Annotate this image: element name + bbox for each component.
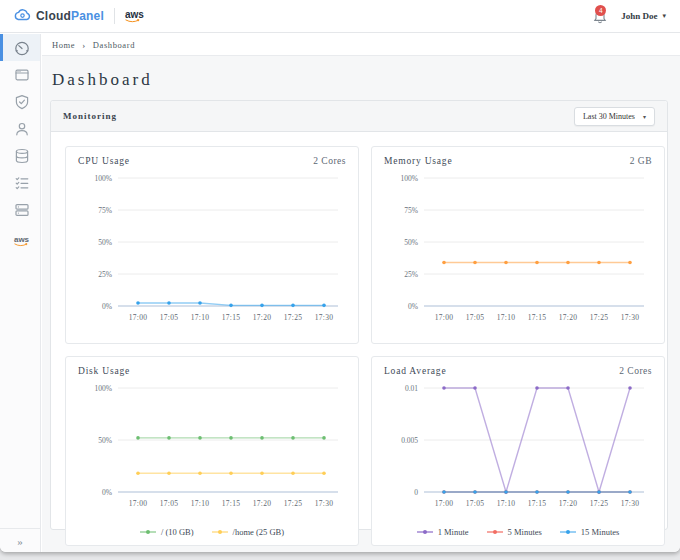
- time-range-value: Last 30 Minutes: [583, 112, 635, 121]
- svg-text:17:30: 17:30: [315, 313, 334, 322]
- breadcrumb: Home › Dashboard: [42, 34, 680, 56]
- cloudpanel-logo[interactable]: CloudPanel: [14, 7, 104, 25]
- legend-marker-icon: [417, 528, 433, 536]
- gauge-icon: [14, 40, 30, 56]
- svg-text:50%: 50%: [98, 238, 112, 247]
- svg-text:17:10: 17:10: [497, 499, 516, 508]
- aws-icon: aws: [14, 228, 29, 246]
- legend-item[interactable]: 1 Minute: [417, 527, 469, 537]
- svg-text:17:00: 17:00: [129, 313, 148, 322]
- sidebar-item-aws[interactable]: aws: [0, 223, 40, 250]
- aws-logo: aws: [125, 9, 144, 23]
- svg-text:17:15: 17:15: [528, 313, 547, 322]
- legend-marker-icon: [212, 528, 228, 536]
- chart-legend: / (10 GB)/home (25 GB): [78, 524, 346, 540]
- svg-text:17:20: 17:20: [559, 313, 578, 322]
- svg-text:100%: 100%: [95, 384, 113, 393]
- breadcrumb-home-link[interactable]: Home: [52, 40, 75, 50]
- header-divider: [114, 8, 115, 24]
- chart-title: Load Average: [384, 366, 446, 376]
- checklist-icon: [14, 175, 30, 191]
- legend-label: 15 Minutes: [581, 527, 620, 537]
- svg-text:17:20: 17:20: [253, 313, 272, 322]
- sidebar-item-users[interactable]: [0, 115, 40, 142]
- legend-item[interactable]: / (10 GB): [140, 527, 194, 537]
- window-icon: [14, 67, 30, 83]
- server-icon: [14, 202, 30, 218]
- svg-text:0.01: 0.01: [405, 384, 418, 393]
- svg-text:17:15: 17:15: [222, 499, 241, 508]
- breadcrumb-current: Dashboard: [93, 40, 135, 50]
- chart-plot-load: 00.0050.0117:0017:0517:1017:1517:2017:25…: [384, 378, 652, 520]
- svg-text:17:25: 17:25: [590, 499, 609, 508]
- svg-text:75%: 75%: [98, 206, 112, 215]
- svg-text:17:05: 17:05: [466, 313, 485, 322]
- svg-text:17:15: 17:15: [528, 499, 547, 508]
- svg-text:17:00: 17:00: [435, 499, 454, 508]
- sidebar-item-sites[interactable]: [0, 61, 40, 88]
- svg-text:17:30: 17:30: [621, 313, 640, 322]
- svg-text:17:05: 17:05: [160, 313, 179, 322]
- user-menu[interactable]: John Doe ▾: [621, 11, 666, 21]
- chart-plot-disk: 0%50%100%17:0017:0517:1017:1517:2017:251…: [78, 378, 346, 520]
- sidebar-item-security[interactable]: [0, 88, 40, 115]
- legend-marker-icon: [487, 528, 503, 536]
- svg-text:17:25: 17:25: [590, 313, 609, 322]
- svg-text:0%: 0%: [102, 488, 112, 497]
- double-chevron-right-icon: »: [17, 535, 23, 547]
- svg-text:0%: 0%: [102, 302, 112, 311]
- legend-item[interactable]: 15 Minutes: [560, 527, 620, 537]
- chart-card-memory: Memory Usage2 GB0%25%50%75%100%17:0017:0…: [371, 146, 665, 344]
- sidebar-item-dashboard[interactable]: [0, 34, 40, 61]
- legend-item[interactable]: /home (25 GB): [212, 527, 284, 537]
- shield-check-icon: [14, 94, 30, 110]
- app-window: CloudPanel aws 4 John Doe ▾ aws: [0, 0, 680, 552]
- breadcrumb-chevron-icon: ›: [82, 40, 86, 50]
- chart-annotation: 2 Cores: [313, 156, 346, 166]
- chart-title: Disk Usage: [78, 366, 130, 376]
- svg-text:25%: 25%: [98, 270, 112, 279]
- chart-card-disk: Disk Usage0%50%100%17:0017:0517:1017:151…: [65, 356, 359, 546]
- chart-legend: 1 Minute5 Minutes15 Minutes: [384, 524, 652, 540]
- svg-text:17:20: 17:20: [253, 499, 272, 508]
- sidebar-item-services[interactable]: [0, 169, 40, 196]
- chart-card-cpu: CPU Usage2 Cores0%25%50%75%100%17:0017:0…: [65, 146, 359, 344]
- chart-plot-memory: 0%25%50%75%100%17:0017:0517:1017:1517:20…: [384, 168, 652, 334]
- chart-annotation: 2 Cores: [619, 366, 652, 376]
- svg-text:75%: 75%: [404, 206, 418, 215]
- svg-text:17:10: 17:10: [497, 313, 516, 322]
- svg-text:0%: 0%: [408, 302, 418, 311]
- charts-grid: CPU Usage2 Cores0%25%50%75%100%17:0017:0…: [51, 132, 667, 552]
- svg-text:25%: 25%: [404, 270, 418, 279]
- svg-text:17:30: 17:30: [621, 499, 640, 508]
- notifications-button[interactable]: 4: [593, 7, 609, 25]
- chart-plot-cpu: 0%25%50%75%100%17:0017:0517:1017:1517:20…: [78, 168, 346, 334]
- cloudpanel-cloud-icon: [14, 7, 31, 25]
- monitoring-panel: Monitoring Last 30 Minutes ▾ CPU Usage2 …: [50, 100, 668, 530]
- svg-text:17:10: 17:10: [191, 499, 210, 508]
- legend-item[interactable]: 5 Minutes: [487, 527, 542, 537]
- chevron-down-icon: ▾: [662, 12, 666, 20]
- legend-label: 5 Minutes: [508, 527, 542, 537]
- svg-text:17:25: 17:25: [284, 313, 303, 322]
- database-icon: [14, 148, 30, 164]
- legend-marker-icon: [560, 528, 576, 536]
- page-title: Dashboard: [52, 70, 668, 90]
- monitoring-title: Monitoring: [63, 111, 117, 121]
- sidebar-item-server-settings[interactable]: [0, 196, 40, 223]
- svg-text:17:10: 17:10: [191, 313, 210, 322]
- user-icon: [14, 121, 30, 137]
- sidebar-item-databases[interactable]: [0, 142, 40, 169]
- svg-text:17:30: 17:30: [315, 499, 334, 508]
- legend-label: /home (25 GB): [233, 527, 284, 537]
- chart-card-load: Load Average2 Cores00.0050.0117:0017:051…: [371, 356, 665, 546]
- time-range-dropdown[interactable]: Last 30 Minutes ▾: [574, 107, 655, 126]
- svg-text:0.005: 0.005: [401, 436, 418, 445]
- monitoring-panel-header: Monitoring Last 30 Minutes ▾: [51, 101, 667, 132]
- sidebar-expand-button[interactable]: »: [0, 528, 40, 552]
- svg-text:17:25: 17:25: [284, 499, 303, 508]
- svg-text:17:00: 17:00: [435, 313, 454, 322]
- svg-text:17:20: 17:20: [559, 499, 578, 508]
- chevron-down-icon: ▾: [643, 113, 646, 120]
- legend-marker-icon: [140, 528, 156, 536]
